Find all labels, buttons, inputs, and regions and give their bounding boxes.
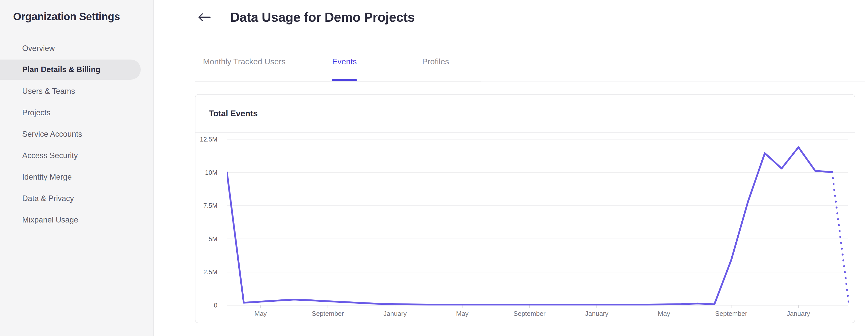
y-axis-label: 7.5M [177, 202, 217, 209]
tab-monthly-tracked-users[interactable]: Monthly Tracked Users [203, 57, 285, 67]
y-axis-label: 12.5M [177, 135, 217, 143]
x-axis-label: May [636, 310, 692, 317]
back-button[interactable] [198, 12, 211, 22]
sidebar-item-projects[interactable]: Projects [0, 102, 141, 123]
events-line-projection-dotted [832, 172, 849, 303]
card-title: Total Events [209, 109, 258, 118]
sidebar-item-overview[interactable]: Overview [0, 38, 141, 59]
sidebar-item-identity-merge[interactable]: Identity Merge [0, 166, 141, 188]
tab-events[interactable]: Events [332, 57, 357, 67]
sidebar-item-mixpanel-usage[interactable]: Mixpanel Usage [0, 209, 141, 231]
events-line-series [227, 147, 832, 305]
y-axis-label: 5M [177, 235, 217, 243]
tab-bar-border [195, 81, 481, 82]
x-axis-label: January [771, 310, 826, 317]
y-axis-label: 10M [177, 169, 217, 176]
x-axis-label: September [502, 310, 557, 317]
x-axis-label: September [703, 310, 759, 317]
content-divider-line [481, 81, 865, 82]
x-axis-label: May [434, 310, 490, 317]
sidebar-item-users-teams[interactable]: Users & Teams [0, 81, 141, 102]
x-axis-label: January [367, 310, 423, 317]
x-axis-label: May [233, 310, 288, 317]
page-title: Data Usage for Demo Projects [230, 9, 415, 25]
y-axis-label: 2.5M [177, 268, 217, 276]
x-axis-label: January [569, 310, 624, 317]
left-arrow-icon [198, 12, 211, 22]
sidebar-item-access-security[interactable]: Access Security [0, 145, 141, 166]
y-axis-label: 0 [177, 301, 217, 309]
sidebar-title: Organization Settings [13, 10, 120, 23]
events-line-chart [227, 136, 849, 311]
x-axis-label: September [300, 310, 355, 317]
sidebar-item-data-privacy[interactable]: Data & Privacy [0, 188, 141, 209]
sidebar-item-plan-details-billing[interactable]: Plan Details & Billing [0, 60, 141, 80]
card-header-divider [195, 132, 855, 133]
sidebar: Organization Settings OverviewPlan Detai… [0, 0, 154, 336]
tab-profiles[interactable]: Profiles [422, 57, 449, 67]
sidebar-item-service-accounts[interactable]: Service Accounts [0, 123, 141, 145]
